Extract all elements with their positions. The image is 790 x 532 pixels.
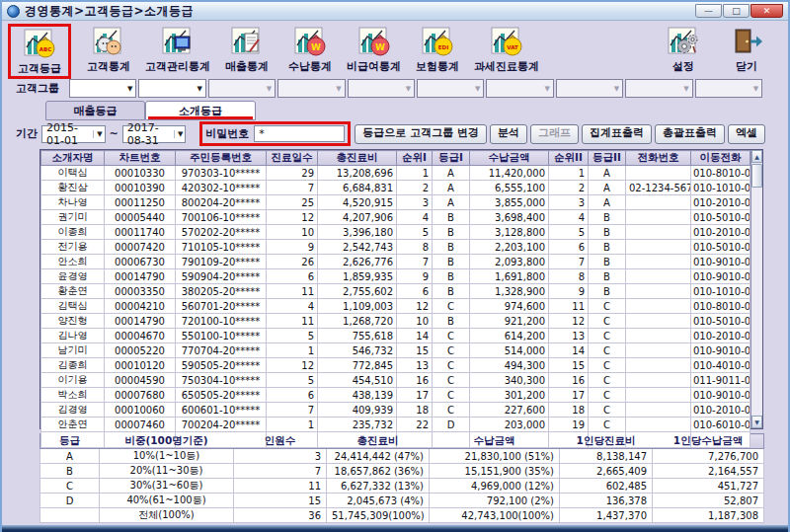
summary-cell: 20%(11~30등) [100,464,234,479]
column-header[interactable]: 주민등록번호 [176,151,267,166]
summary-cell: B [40,464,100,479]
summary-cell: 51,745,309(100%) [327,508,430,523]
column-header[interactable]: 등급II [589,151,626,166]
summary-cell: 40%(61~100등) [100,494,234,508]
table-row[interactable]: 남기미00005220770704-20*****1546,73215C514,… [41,343,750,358]
table-cell [626,358,691,373]
referrer-grade-table: 소개자명차트번호주민등록번호진료일수총진료비순위I등급I수납금액순위II등급II… [40,150,750,448]
table-cell: B [589,255,626,269]
table-row[interactable]: 김택심00004210560701-20*****41,109,00312C97… [41,299,750,314]
table-cell: B [433,240,470,255]
toolbar-item-manage[interactable]: 고객관리통계 [140,24,215,75]
window-title: 경영통계>고객등급>소개등급 [25,3,194,20]
column-header[interactable]: 순위II [549,151,589,166]
table-row[interactable]: 김경영00010060600601-10*****7409,93918C227,… [41,403,750,418]
table-row[interactable]: 이종희00011740570202-20*****103,396,1805B3,… [41,225,750,240]
table-row[interactable]: 안소희00006730790109-20*****262,626,7767B2,… [41,255,750,269]
toolbar-item-tax[interactable]: VAT과세진료통계 [469,24,544,75]
table-cell: 494,300 [470,358,549,373]
maximize-button[interactable]: □ [723,4,750,18]
table-cell: 3,855,000 [470,195,549,210]
table-cell: 921,200 [470,314,549,329]
scroll-up-button[interactable]: ▲ [751,150,762,163]
action-button-분석[interactable]: 분석 [490,124,527,144]
table-row[interactable]: 양진형00014790720100-10*****111,268,72010B9… [41,314,750,329]
column-header[interactable]: 총진료비 [318,151,397,166]
column-header[interactable]: 이동전화 [691,151,750,166]
tab-소개등급[interactable]: 소개등급 [145,101,256,120]
table-cell: 550100-10***** [176,329,267,343]
table-row[interactable]: 안춘연00007460700204-20*****1235,73222D203,… [41,418,750,432]
toolbar-item-uninsured[interactable]: W비급여통계 [342,24,406,75]
action-button-등급으로 고객그룹 변경[interactable]: 등급으로 고객그룹 변경 [355,124,487,144]
summary-cell [40,508,100,523]
table-cell: 010-5010-015 [691,210,750,225]
table-cell: 010-5010-039 [691,314,750,329]
sales-icon [230,25,264,58]
table-row[interactable]: 황진삼00010390420302-10*****76,684,8312A6,5… [41,181,750,195]
column-header[interactable]: 등급I [433,151,470,166]
action-button-엑셀[interactable]: 엑셀 [728,124,765,144]
column-header[interactable]: 소개자명 [41,151,105,166]
receipt-icon: W [293,25,327,58]
toolbar-item-receipt[interactable]: W수납통계 [278,24,342,75]
table-cell: 황진삼 [41,181,105,195]
table-row[interactable]: 황춘연00003350380205-20*****112,755,6026B1,… [41,284,750,299]
toolbar-item-settings[interactable]: 설정 [652,24,715,75]
scroll-down-button[interactable]: ▼ [751,416,762,428]
tab-매출등급[interactable]: 매출등급 [45,101,145,120]
table-row[interactable]: 권기미00005440700106-10*****124,207,9064B3,… [41,210,750,225]
date-to-select[interactable]: 2017-08-31 ▼ [122,125,187,143]
table-cell: 2,203,100 [470,240,549,255]
toolbar-item-customers[interactable]: 고객통계 [77,24,140,75]
table-cell: A [589,195,626,210]
table-row[interactable]: 차나영00011250800204-20*****254,520,9153A3,… [41,195,750,210]
close-button[interactable]: ✕ [750,4,783,18]
toolbar-item-grade[interactable]: ABC고객등급 [8,24,71,79]
column-header[interactable]: 차트번호 [105,151,176,166]
table-cell: D [433,418,470,432]
table-cell: 010-2010-092 [691,329,750,343]
table-cell: C [589,358,626,373]
scrollbar-track[interactable] [751,189,762,416]
table-row[interactable]: 김종희00010120590505-20*****12772,84513C494… [41,358,750,373]
toolbar-item-sales[interactable]: 매출통계 [215,24,278,75]
table-cell: 010-2010-086 [691,225,750,240]
table-cell: 010-1010-067 [691,181,750,195]
table-cell: 800204-20***** [176,195,267,210]
table-cell: 010-8010-032 [691,299,750,314]
table-cell: 00010120 [105,358,176,373]
table-row[interactable]: 박소희00007680650505-20*****6438,13917C301,… [41,388,750,403]
toolbar-item-exit[interactable]: 닫기 [715,24,778,75]
password-input[interactable]: * [254,125,345,142]
table-row[interactable]: 김나영00004670550100-10*****5755,61814C614,… [41,329,750,343]
table-row[interactable]: 전기용00007420710105-10*****92,542,7438B2,2… [41,240,750,255]
table-row[interactable]: 이택심00010330970303-10*****2913,208,6961A1… [41,166,750,181]
table-cell [626,314,691,329]
chevron-down-icon: ▼ [544,85,549,93]
customer-group-combo-2[interactable]: ▼ [138,79,205,98]
vertical-scrollbar[interactable]: ▲ ▼ [750,150,762,428]
scrollbar-thumb[interactable] [751,164,762,188]
table-cell: C [589,343,626,358]
table-row[interactable]: 이기용00004590750304-10*****5454,51016C340,… [41,373,750,388]
table-row[interactable]: 윤경영00014790590904-20*****61,859,9359B1,6… [41,269,750,284]
column-header[interactable]: 전화번호 [626,151,691,166]
minimize-button[interactable]: — [695,4,722,18]
column-header[interactable]: 수납금액 [470,151,549,166]
main-grid-area: 소개자명차트번호주민등록번호진료일수총진료비순위I등급I수납금액순위II등급II… [40,149,763,429]
table-cell: 00004210 [105,299,176,314]
date-from-select[interactable]: 2015-01-01 ▼ [41,125,106,143]
svg-text:W: W [375,42,385,52]
customer-group-combo-1[interactable]: ▼ [69,79,136,98]
action-button-집계표출력[interactable]: 집계표출력 [582,124,652,144]
table-cell: C [433,358,470,373]
column-header[interactable]: 진료일수 [267,151,318,166]
table-cell: 590505-20***** [176,358,267,373]
toolbar-item-insurance[interactable]: EDI보험통계 [406,24,469,75]
column-header[interactable]: 순위I [397,151,433,166]
chevron-down-icon: ▼ [336,85,341,93]
action-button-총괄표출력[interactable]: 총괄표출력 [655,124,725,144]
table-cell: 이종희 [41,225,105,240]
table-cell: 6 [549,240,589,255]
